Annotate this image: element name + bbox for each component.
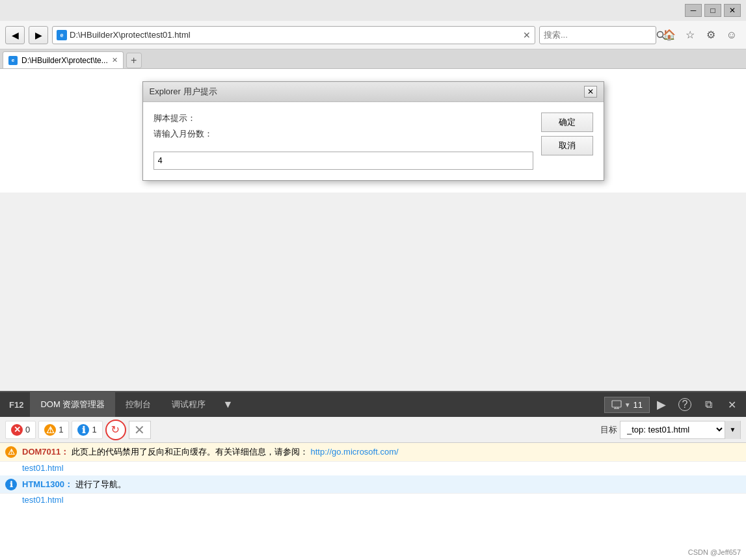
log-sub-0[interactable]: test01.html — [0, 462, 746, 475]
log-row-1: ℹ HTML1300： 进行了导航。 — [0, 475, 746, 494]
address-clear-button[interactable]: ✕ — [523, 30, 531, 40]
dialog-cancel-button[interactable]: 取消 — [541, 136, 593, 155]
address-text: D:\HBuilderX\protect\test01.html — [70, 30, 520, 40]
dialog-right: 确定 取消 — [541, 113, 593, 170]
log-code-0: DOM7011： — [22, 447, 69, 457]
log-sublink-1[interactable]: test01.html — [22, 495, 64, 505]
star-icon[interactable]: ☆ — [681, 26, 699, 44]
monitor-dropdown-icon: ▼ — [624, 401, 631, 408]
info-circle-icon: ℹ — [77, 424, 89, 436]
dialog-prompt-label: 请输入月份数： — [153, 128, 533, 140]
devtools-tab-dom[interactable]: DOM 资源管理器 — [30, 392, 115, 417]
devtools-close-icon: ✕ — [728, 399, 736, 411]
forward-button[interactable]: ▶ — [29, 26, 48, 44]
dialog-close-button[interactable]: ✕ — [584, 86, 597, 98]
settings-icon[interactable]: ⚙ — [702, 26, 720, 44]
target-label: 目标 — [600, 424, 617, 436]
log-row-0: ⚠ DOM7011： 此页上的代码禁用了反向和正向缓存。有关详细信息，请参阅： … — [0, 443, 746, 462]
tab-close-button[interactable]: ✕ — [112, 56, 118, 64]
log-sublink-0[interactable]: test01.html — [22, 463, 64, 473]
dialog-confirm-button[interactable]: 确定 — [541, 113, 593, 132]
title-bar: ─ □ ✕ — [0, 0, 746, 21]
svg-rect-2 — [612, 401, 621, 407]
devtools-log: ⚠ DOM7011： 此页上的代码禁用了反向和正向缓存。有关详细信息，请参阅： … — [0, 443, 746, 560]
new-tab-button[interactable]: + — [126, 53, 142, 68]
redo-button[interactable]: ↺ — [105, 420, 126, 440]
devtools-f12-label: F12 — [3, 400, 30, 410]
devtools-close-button[interactable]: ✕ — [720, 392, 743, 417]
toolbar-icons: 🏠 ☆ ⚙ ☺ — [660, 26, 741, 44]
dialog-input[interactable] — [153, 152, 533, 170]
devtools-tab-debugger[interactable]: 调试程序 — [161, 392, 216, 417]
log-text-1: HTML1300： 进行了导航。 — [22, 478, 741, 491]
filter-icon: ▼ — [222, 399, 233, 410]
dialog: Explorer 用户提示 ✕ 脚本提示： 请输入月份数： 确定 取消 — [142, 81, 604, 181]
log-link-0[interactable]: http://go.microsoft.com/ — [311, 447, 399, 457]
back-button[interactable]: ◀ — [5, 26, 25, 44]
smiley-icon[interactable]: ☺ — [723, 26, 741, 44]
log-sub-1[interactable]: test01.html — [0, 494, 746, 507]
log-message-0: 此页上的代码禁用了反向和正向缓存。有关详细信息，请参阅： — [72, 447, 308, 457]
error-count: 0 — [25, 425, 30, 434]
devtools-toolbar: F12 DOM 资源管理器 控制台 调试程序 ▼ ▼ 11 ▶ ? ⧉ — [0, 392, 746, 417]
search-input[interactable] — [544, 30, 653, 40]
info-log-icon: ℹ — [5, 479, 17, 490]
address-bar: ◀ ▶ e D:\HBuilderX\protect\test01.html ✕… — [0, 21, 746, 49]
error-badge[interactable]: ✕ 0 — [5, 421, 36, 439]
search-wrap: ▼ — [539, 26, 656, 44]
dialog-script-label: 脚本提示： — [153, 113, 533, 124]
target-dropdown-icon: ▼ — [730, 426, 736, 433]
devtools-monitor-button[interactable]: ▼ 11 — [604, 397, 650, 413]
devtools-panel: F12 DOM 资源管理器 控制台 调试程序 ▼ ▼ 11 ▶ ? ⧉ — [0, 391, 746, 560]
run-icon: ▶ — [657, 397, 666, 412]
content-area: Explorer 用户提示 ✕ 脚本提示： 请输入月份数： 确定 取消 — [0, 69, 746, 193]
layout-icon: ⧉ — [705, 399, 712, 410]
target-select-wrap: _top: test01.html ▼ — [620, 421, 741, 439]
tab-page-icon: e — [8, 56, 18, 65]
warning-circle-icon: ⚠ — [44, 424, 56, 436]
redo-icon: ↺ — [111, 423, 120, 436]
help-icon: ? — [678, 398, 691, 411]
dialog-overlay: Explorer 用户提示 ✕ 脚本提示： 请输入月份数： 确定 取消 — [0, 69, 746, 193]
minimize-button[interactable]: ─ — [685, 4, 702, 17]
monitor-icon — [611, 400, 622, 409]
log-code-1: HTML1300： — [22, 479, 73, 489]
dialog-title-bar: Explorer 用户提示 ✕ — [143, 82, 604, 102]
home-icon[interactable]: 🏠 — [660, 26, 678, 44]
log-message-1: 进行了导航。 — [75, 479, 126, 489]
target-dropdown-button[interactable]: ▼ — [725, 421, 740, 439]
devtools-filter-button[interactable]: ▼ — [216, 392, 239, 417]
cancel-button[interactable]: ✕ — [129, 421, 151, 439]
target-select[interactable]: _top: test01.html — [620, 424, 725, 435]
tab-bar: e D:\HBuilderX\protect\te... ✕ + — [0, 49, 746, 69]
page-icon: e — [57, 30, 67, 40]
monitor-count: 11 — [633, 400, 643, 410]
info-badge[interactable]: ℹ 1 — [72, 421, 102, 439]
close-button[interactable]: ✕ — [724, 4, 741, 17]
log-text-0: DOM7011： 此页上的代码禁用了反向和正向缓存。有关详细信息，请参阅： ht… — [22, 446, 741, 459]
dialog-left: 脚本提示： 请输入月份数： — [153, 113, 533, 170]
tab-0[interactable]: e D:\HBuilderX\protect\te... ✕ — [3, 51, 124, 68]
devtools-help-button[interactable]: ? — [673, 392, 697, 417]
dialog-body: 脚本提示： 请输入月份数： 确定 取消 — [143, 102, 604, 180]
info-count: 1 — [92, 425, 96, 434]
watermark: CSDN @Jeff657 — [688, 548, 741, 556]
warning-badge[interactable]: ⚠ 1 — [38, 421, 69, 439]
tab-label: D:\HBuilderX\protect\te... — [21, 56, 108, 65]
error-circle-icon: ✕ — [11, 424, 23, 436]
address-input-wrap: e D:\HBuilderX\protect\test01.html ✕ — [52, 26, 535, 44]
devtools-layout-button[interactable]: ⧉ — [697, 392, 720, 417]
dialog-title: Explorer 用户提示 — [150, 86, 217, 98]
restore-button[interactable]: □ — [704, 4, 721, 17]
warning-count: 1 — [59, 425, 63, 434]
devtools-run-button[interactable]: ▶ — [650, 392, 673, 417]
warning-log-icon: ⚠ — [5, 446, 17, 458]
devtools-action-bar: ✕ 0 ⚠ 1 ℹ 1 ↺ ✕ 目标 _top: test01.html ▼ — [0, 417, 746, 443]
devtools-tab-console[interactable]: 控制台 — [115, 392, 161, 417]
